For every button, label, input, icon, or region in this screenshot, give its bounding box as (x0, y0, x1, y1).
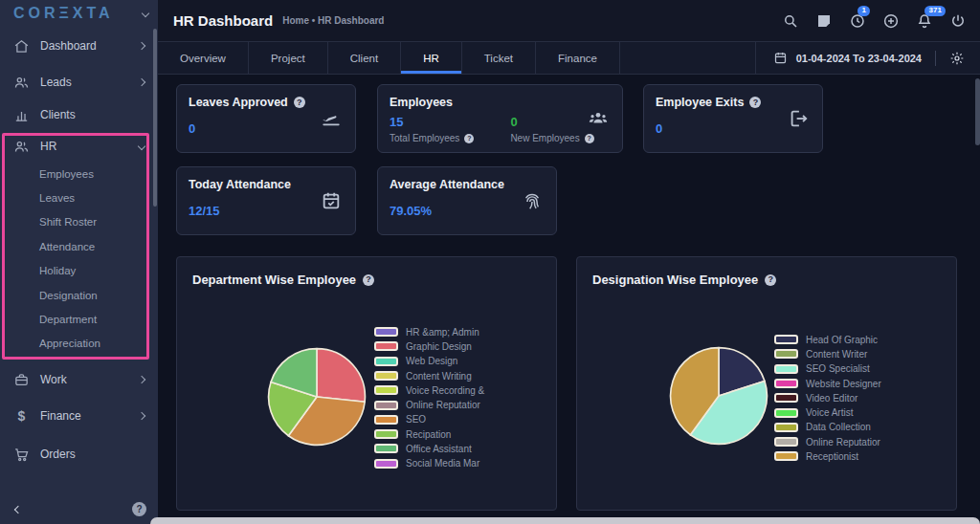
clock-icon[interactable]: 1 (849, 12, 866, 30)
help-circle-icon[interactable]: ? (585, 134, 594, 143)
total-employees-stat: 15 Total Employees? (390, 115, 474, 143)
vertical-scrollbar[interactable] (975, 78, 980, 145)
dollar-icon: $ (13, 408, 30, 424)
sidebar-subitem-appreciation[interactable]: Appreciation (0, 332, 158, 356)
legend-item-voice-recording[interactable]: Voice Recording & (374, 385, 484, 395)
legend-label: Office Assistant (406, 444, 472, 454)
legend-item-web-design[interactable]: Web Design (374, 357, 484, 366)
sidebar-item-finance[interactable]: $ Finance (0, 404, 158, 428)
tab-hr[interactable]: HR (401, 42, 462, 74)
designation-pie-legend: Head Of GraphicContent WriterSEO Special… (774, 335, 881, 467)
sidebar-subitem-employees[interactable]: Employees (0, 162, 158, 186)
chart-title: Department Wise Employee (192, 273, 356, 287)
sidebar-item-hr[interactable]: HR (0, 134, 158, 159)
app-logo: CORΞXTA (13, 5, 114, 22)
legend-swatch (774, 451, 798, 461)
sidebar-subitem-shift-roster[interactable]: Shift Roster (0, 210, 158, 234)
tab-overview[interactable]: Overview (158, 42, 249, 74)
chevron-right-icon (138, 376, 145, 383)
legend-item-graphic-design[interactable]: Graphic Design (374, 341, 484, 351)
help-circle-icon[interactable]: ? (749, 97, 761, 108)
sidebar-scrollbar[interactable] (153, 29, 157, 207)
notes-icon[interactable] (815, 12, 833, 30)
card-leaves-approved: Leaves Approved ? 0 (176, 84, 356, 153)
sidebar: CORΞXTA Dashboard Leads Clients HR Emplo… (0, 0, 158, 524)
add-icon[interactable] (882, 12, 900, 30)
legend-swatch (774, 364, 798, 374)
card-title: Average Attendance (390, 178, 504, 191)
power-icon[interactable] (949, 12, 967, 30)
legend-swatch (774, 379, 798, 388)
sidebar-item-work[interactable]: Work (0, 367, 158, 392)
chevron-right-icon (138, 78, 145, 86)
sidebar-subitem-department[interactable]: Department (0, 307, 158, 331)
legend-label: Graphic Design (406, 341, 472, 352)
sidebar-item-leads[interactable]: Leads (0, 70, 158, 95)
stat-label: Total Employees (390, 133, 459, 143)
help-circle-icon[interactable]: ? (363, 274, 374, 286)
sidebar-subitem-leaves[interactable]: Leaves (0, 186, 158, 209)
legend-item-online-reputatior[interactable]: Online Reputatior (374, 400, 484, 409)
legend-item-content-writing[interactable]: Content Writing (374, 371, 484, 381)
legend-swatch (774, 408, 798, 418)
new-employees-stat: 0 New Employees? (510, 115, 593, 143)
legend-swatch (374, 415, 398, 425)
sidebar-item-clients[interactable]: Clients (0, 102, 158, 127)
horizontal-scrollbar[interactable] (150, 517, 980, 524)
sidebar-item-orders[interactable]: Orders (0, 442, 158, 467)
fingerprint-icon (522, 190, 543, 211)
legend-item-head-of-graphic[interactable]: Head Of Graphic (774, 335, 881, 344)
pie-slice-graphic-design (317, 349, 365, 403)
legend-item-seo[interactable]: SEO (374, 415, 484, 425)
legend-item-receptionist[interactable]: Receptionist (774, 451, 881, 461)
help-circle-icon[interactable]: ? (765, 274, 776, 286)
legend-item-seo-specialist[interactable]: SEO Specialist (774, 364, 881, 374)
gear-icon[interactable] (949, 51, 965, 66)
calendar-icon (773, 51, 788, 65)
tab-finance[interactable]: Finance (536, 42, 620, 74)
legend-item-data-collection[interactable]: Data Collection (774, 423, 881, 432)
legend-label: Voice Recording & (406, 385, 484, 396)
page-title: HR Dashboard (173, 12, 273, 29)
legend-item-hr-amp-admin[interactable]: HR &amp; Admin (374, 327, 484, 337)
card-today-attendance: Today Attendance 12/15 (176, 166, 356, 235)
tab-ticket[interactable]: Ticket (462, 42, 536, 74)
sidebar-collapse-left-icon[interactable] (14, 505, 22, 513)
sidebar-item-dashboard[interactable]: Dashboard (0, 33, 158, 58)
tab-bar-tabs: OverviewProjectClientHRTicketFinance (158, 42, 620, 74)
legend-label: Website Designer (806, 379, 881, 389)
legend-item-recipation[interactable]: Recipation (374, 429, 484, 439)
legend-item-office-assistant[interactable]: Office Assistant (374, 444, 484, 453)
legend-swatch (774, 423, 798, 432)
sidebar-subitem-holiday[interactable]: Holiday (0, 259, 158, 283)
legend-swatch (774, 335, 798, 344)
legend-item-video-editor[interactable]: Video Editor (774, 393, 881, 403)
legend-item-website-designer[interactable]: Website Designer (774, 379, 881, 388)
legend-item-voice-artist[interactable]: Voice Artist (774, 407, 881, 417)
sidebar-subitem-attendance[interactable]: Attendance (0, 234, 158, 258)
legend-label: Video Editor (806, 393, 858, 404)
help-icon[interactable]: ? (132, 502, 146, 516)
search-icon[interactable] (782, 12, 799, 30)
help-circle-icon[interactable]: ? (464, 134, 474, 143)
chevron-down-icon (138, 142, 145, 150)
legend-item-content-writer[interactable]: Content Writer (774, 349, 881, 359)
stat-value: 0 (510, 115, 593, 129)
legend-label: Web Design (406, 356, 457, 366)
cart-icon (13, 447, 30, 463)
tab-project[interactable]: Project (249, 42, 328, 74)
legend-swatch (374, 385, 398, 395)
chart-title: Designation Wise Employee (592, 273, 758, 287)
legend-swatch (374, 429, 398, 439)
notifications-bell-icon[interactable]: 371 (916, 12, 933, 30)
legend-item-social-media-mar[interactable]: Social Media Mar (374, 459, 484, 469)
sidebar-collapse-chevron-icon[interactable] (142, 10, 149, 17)
help-circle-icon[interactable]: ? (294, 97, 305, 108)
card-title: Today Attendance (189, 178, 291, 191)
sidebar-subitem-designation[interactable]: Designation (0, 283, 158, 307)
legend-item-online-reputatior[interactable]: Online Reputatior (774, 437, 881, 447)
date-range-filter[interactable]: 01-04-2024 To 23-04-2024 (773, 51, 922, 65)
clock-badge: 1 (858, 6, 870, 16)
stat-value: 15 (390, 115, 474, 129)
tab-client[interactable]: Client (328, 42, 401, 74)
